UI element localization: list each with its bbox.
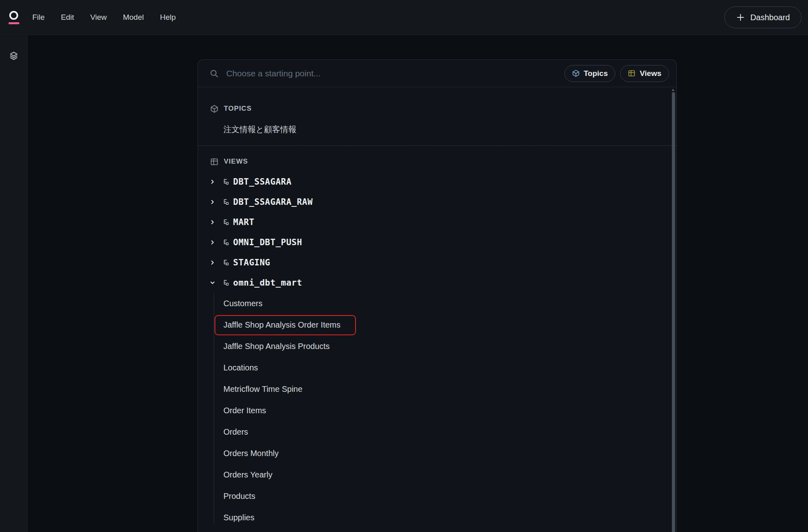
topic-item-label: 注文情報と顧客情報 bbox=[223, 124, 296, 135]
chevron-right-icon bbox=[209, 239, 216, 246]
chevron-right-icon bbox=[209, 179, 216, 185]
model-layers-button[interactable] bbox=[6, 48, 21, 63]
topics-section-header: TOPICS bbox=[198, 98, 676, 120]
schema-icon bbox=[222, 178, 229, 185]
search-icon bbox=[209, 69, 219, 78]
view-item-label: Jaffle Shop Analysis Products bbox=[223, 342, 330, 351]
schema-name: OMNI_DBT_PUSH bbox=[233, 238, 302, 247]
view-item-jaffle-shop-analysis-order-items[interactable]: Jaffle Shop Analysis Order Items bbox=[198, 314, 676, 336]
menu-bar: File Edit View Model Help bbox=[32, 13, 176, 22]
view-item-label: Metricflow Time Spine bbox=[223, 385, 303, 394]
chevron-right-icon bbox=[209, 199, 216, 205]
schema-icon bbox=[222, 279, 229, 286]
starting-point-list: TOPICS 注文情報と顧客情報 VIEWS DBT_SSAGARA DBT_S… bbox=[198, 98, 676, 528]
view-item-orders-monthly[interactable]: Orders Monthly bbox=[198, 443, 676, 464]
chevron-down-icon bbox=[209, 280, 216, 286]
menu-view[interactable]: View bbox=[90, 13, 107, 22]
dashboard-button-label: Dashboard bbox=[750, 13, 790, 22]
scrollbar-up-arrow[interactable]: ▲ bbox=[671, 88, 675, 91]
view-item-label: Orders Yearly bbox=[223, 470, 272, 479]
view-item-label: Jaffle Shop Analysis Order Items bbox=[223, 320, 341, 330]
schema-icon bbox=[222, 219, 229, 226]
filter-views-button[interactable]: Views bbox=[620, 65, 669, 82]
top-bar: File Edit View Model Help Dashboard bbox=[0, 0, 808, 35]
cube-icon bbox=[572, 69, 580, 77]
schema-row-dbt-ssagara-raw[interactable]: DBT_SSAGARA_RAW bbox=[198, 192, 676, 212]
schema-icon bbox=[222, 198, 229, 206]
topic-item[interactable]: 注文情報と顧客情報 bbox=[198, 120, 676, 139]
cube-icon bbox=[210, 105, 219, 113]
views-header-label: VIEWS bbox=[224, 158, 248, 166]
starting-point-modal: Topics Views TOPICS 注文情報と顧客情報 bbox=[198, 59, 677, 532]
left-rail bbox=[0, 36, 27, 532]
view-item-orders-yearly[interactable]: Orders Yearly bbox=[198, 464, 676, 486]
layers-icon bbox=[8, 50, 19, 61]
search-row: Topics Views bbox=[198, 60, 676, 87]
menu-model[interactable]: Model bbox=[123, 13, 144, 22]
schema-icon bbox=[222, 259, 229, 266]
view-item-label: Orders bbox=[223, 427, 248, 437]
search-input[interactable] bbox=[226, 69, 564, 78]
view-item-jaffle-shop-analysis-products[interactable]: Jaffle Shop Analysis Products bbox=[198, 336, 676, 357]
views-section-header: VIEWS bbox=[198, 151, 676, 172]
table-icon bbox=[628, 69, 635, 77]
schema-name: MART bbox=[233, 217, 255, 227]
schema-name: DBT_SSAGARA_RAW bbox=[233, 197, 313, 207]
filter-topics-label: Topics bbox=[584, 69, 608, 78]
view-item-label: Orders Monthly bbox=[223, 449, 279, 458]
filter-views-label: Views bbox=[640, 69, 661, 78]
scrollbar-thumb[interactable] bbox=[672, 92, 675, 532]
schema-row-omni-dbt-mart[interactable]: omni_dbt_mart bbox=[198, 273, 676, 293]
view-item-label: Supplies bbox=[223, 513, 255, 522]
view-item-metricflow-time-spine[interactable]: Metricflow Time Spine bbox=[198, 378, 676, 400]
schema-row-omni-dbt-push[interactable]: OMNI_DBT_PUSH bbox=[198, 232, 676, 252]
schema-row-mart[interactable]: MART bbox=[198, 212, 676, 232]
app-logo[interactable] bbox=[0, 11, 27, 24]
schema-name: omni_dbt_mart bbox=[233, 278, 302, 288]
filter-topics-button[interactable]: Topics bbox=[564, 65, 616, 82]
view-item-label: Products bbox=[223, 492, 255, 501]
chevron-right-icon bbox=[209, 219, 216, 225]
schema-name: DBT_SSAGARA bbox=[233, 177, 292, 187]
schema-icon bbox=[222, 239, 229, 246]
omni-dbt-mart-views: Customers Jaffle Shop Analysis Order Ite… bbox=[198, 293, 676, 528]
view-item-products[interactable]: Products bbox=[198, 486, 676, 507]
new-dashboard-button[interactable]: Dashboard bbox=[724, 6, 802, 28]
view-item-order-items[interactable]: Order Items bbox=[198, 400, 676, 421]
schema-row-dbt-ssagara[interactable]: DBT_SSAGARA bbox=[198, 172, 676, 192]
chevron-right-icon bbox=[209, 259, 216, 266]
logo-underline bbox=[8, 22, 19, 24]
view-item-label: Customers bbox=[223, 299, 263, 308]
view-item-supplies[interactable]: Supplies bbox=[198, 507, 676, 528]
view-item-label: Order Items bbox=[223, 406, 266, 415]
topics-header-label: TOPICS bbox=[224, 105, 252, 113]
schema-name: STAGING bbox=[233, 258, 270, 267]
table-icon bbox=[210, 158, 219, 166]
schema-row-staging[interactable]: STAGING bbox=[198, 252, 676, 273]
plus-icon bbox=[736, 13, 745, 22]
logo-ring-icon bbox=[9, 11, 18, 20]
section-divider bbox=[198, 145, 676, 146]
menu-edit[interactable]: Edit bbox=[61, 13, 74, 22]
menu-help[interactable]: Help bbox=[160, 13, 176, 22]
view-item-label: Locations bbox=[223, 363, 258, 372]
view-item-locations[interactable]: Locations bbox=[198, 357, 676, 378]
view-item-customers[interactable]: Customers bbox=[198, 293, 676, 314]
view-item-orders[interactable]: Orders bbox=[198, 421, 676, 443]
menu-file[interactable]: File bbox=[32, 13, 45, 22]
